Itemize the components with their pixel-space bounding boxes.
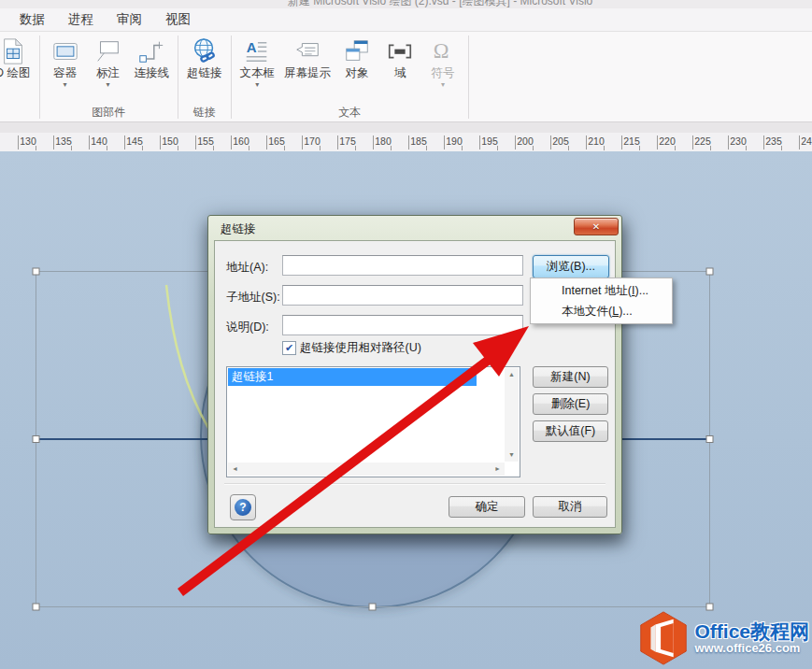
help-button[interactable]: ? — [230, 494, 256, 520]
ruler-tick-label: 165 — [268, 135, 285, 147]
address-input[interactable] — [282, 255, 523, 276]
drawing-canvas[interactable]: 超链接 ✕ 地址(A): 子地址(S): 说明(D): 浏览(B)... ✔ 超… — [0, 151, 812, 669]
cad-drawing-icon — [0, 36, 28, 66]
tab-data[interactable]: 数据 — [20, 11, 45, 28]
ruler-minor-tick — [284, 146, 285, 150]
ribbon-button-textbox[interactable]: A 文本框 ▾ — [235, 33, 280, 89]
textbox-icon: A — [242, 36, 272, 66]
ruler-minor-tick — [249, 146, 249, 150]
group-label-text: 文本 — [235, 106, 465, 121]
ruler-minor-tick — [746, 146, 747, 150]
ruler-tick-label: 235 — [765, 135, 782, 147]
ruler-tick-label: 160 — [233, 135, 249, 147]
ruler-minor-tick — [639, 146, 640, 150]
vertical-scrollbar[interactable]: ▲ ▼ — [505, 368, 519, 462]
object-icon — [342, 36, 372, 66]
help-icon: ? — [235, 499, 251, 516]
browse-button[interactable]: 浏览(B)... — [533, 255, 609, 278]
description-label: 说明(D): — [226, 320, 269, 335]
ribbon-button-label: 屏幕提示 — [284, 66, 331, 80]
menu-item-local-file[interactable]: 本地文件(L)... — [531, 301, 672, 321]
ruler-tick-label: 190 — [446, 135, 463, 147]
ribbon-button-connector[interactable]: 连接线 — [130, 33, 175, 80]
list-item-selected[interactable]: 超链接1 — [228, 368, 477, 386]
ribbon-button-callout[interactable]: 标注 ▾ — [87, 33, 130, 89]
ribbon-button-field[interactable]: 域 — [378, 33, 421, 80]
menu-item-text: 本地文件( — [562, 305, 612, 318]
ruler-minor-tick — [568, 146, 569, 150]
ribbon-button-label: 连接线 — [135, 66, 170, 80]
office-hexagon-icon — [634, 609, 692, 667]
tab-view[interactable]: 视图 — [165, 11, 191, 28]
ribbon-button-label: 符号 — [432, 66, 455, 80]
ruler-tick-label: 185 — [410, 135, 427, 147]
ribbon-group-links: 超链接 链接 — [178, 32, 231, 121]
ruler-tick — [53, 135, 54, 149]
ribbon-button-cad-drawing[interactable]: D 绘图 — [0, 33, 36, 80]
ruler-minor-tick — [781, 146, 782, 150]
subaddress-label: 子地址(S): — [226, 290, 280, 306]
horizontal-ruler[interactable]: 1301351401451501551601651701751801851901… — [0, 133, 812, 152]
ruler-tick — [89, 135, 90, 149]
ribbon-button-label: 文本框 — [240, 66, 276, 80]
scroll-down-icon[interactable]: ▼ — [508, 451, 515, 459]
delete-button[interactable]: 删除(E) — [533, 393, 608, 415]
screentip-icon — [292, 36, 322, 66]
ruler-tick-label: 240 — [801, 135, 812, 147]
ruler-minor-tick — [710, 146, 711, 150]
ruler-tick — [337, 135, 338, 149]
ruler-tick-label: 215 — [623, 135, 640, 147]
ribbon-group-text: A 文本框 ▾ 屏幕提示 对象 — [232, 32, 469, 121]
hyperlink-dialog[interactable]: 超链接 ✕ 地址(A): 子地址(S): 说明(D): 浏览(B)... ✔ 超… — [207, 215, 622, 534]
ruler-tick-label: 130 — [20, 135, 36, 147]
scroll-right-icon[interactable]: ► — [494, 465, 501, 473]
ruler-tick-label: 170 — [304, 135, 321, 147]
hyperlink-list[interactable]: 超链接1 ▲ ▼ ◄ ► — [226, 366, 520, 477]
menu-item-internet-address[interactable]: Internet 地址(I)... — [531, 280, 672, 301]
group-label-illustrations — [4, 106, 36, 121]
new-button[interactable]: 新建(N) — [533, 366, 608, 388]
horizontal-scrollbar[interactable]: ◄ ► — [228, 463, 505, 476]
ruler-minor-tick — [178, 146, 178, 150]
ribbon-button-screentip[interactable]: 屏幕提示 — [279, 33, 335, 80]
ruler-tick — [160, 135, 161, 149]
dialog-title: 超链接 — [221, 221, 256, 237]
ruler-minor-tick — [36, 146, 36, 150]
ribbon-button-symbol[interactable]: Ω 符号 ▾ — [421, 33, 464, 89]
scroll-left-icon[interactable]: ◄ — [232, 465, 238, 473]
ribbon: D 绘图 容器 ▾ 标注 ▾ — [0, 32, 812, 122]
ruler-tick-label: 210 — [588, 135, 605, 147]
subaddress-input[interactable] — [282, 285, 523, 306]
ruler-tick — [515, 135, 516, 149]
ruler-tick-label: 180 — [375, 135, 392, 147]
description-input[interactable] — [282, 315, 523, 335]
ribbon-button-label: 超链接 — [187, 66, 222, 80]
relative-path-checkbox-label: 超链接使用相对路径(U) — [300, 340, 421, 356]
ribbon-button-object[interactable]: 对象 — [335, 33, 378, 80]
tab-review[interactable]: 审阅 — [117, 11, 142, 28]
default-button[interactable]: 默认值(F) — [533, 420, 608, 442]
scroll-up-icon[interactable]: ▲ — [508, 371, 515, 378]
ruler-tick-label: 230 — [730, 135, 747, 147]
relative-path-checkbox[interactable]: ✔ — [282, 341, 296, 355]
ribbon-button-label: D 绘图 — [0, 66, 31, 80]
tab-process[interactable]: 进程 — [68, 11, 93, 28]
ruler-tick-label: 155 — [197, 135, 214, 147]
ribbon-button-hyperlink[interactable]: 超链接 — [182, 33, 227, 80]
ok-button[interactable]: 确定 — [449, 496, 525, 518]
ribbon-lower-strip — [0, 122, 812, 133]
connector-icon — [136, 36, 166, 66]
ruler-minor-tick — [391, 146, 392, 150]
ruler-tick — [373, 135, 374, 149]
ruler-tick-label: 195 — [481, 135, 498, 147]
ribbon-button-label: 容器 — [53, 66, 77, 80]
ruler-tick — [18, 135, 19, 149]
chevron-down-icon: ▾ — [63, 80, 66, 89]
close-button[interactable]: ✕ — [574, 218, 619, 235]
ruler-tick-label: 200 — [517, 135, 534, 147]
ruler-minor-tick — [426, 146, 427, 150]
symbol-omega-icon: Ω — [428, 36, 458, 66]
ruler-tick-label: 150 — [162, 135, 178, 147]
ribbon-button-container[interactable]: 容器 ▾ — [44, 33, 87, 89]
cancel-button[interactable]: 取消 — [533, 496, 607, 518]
